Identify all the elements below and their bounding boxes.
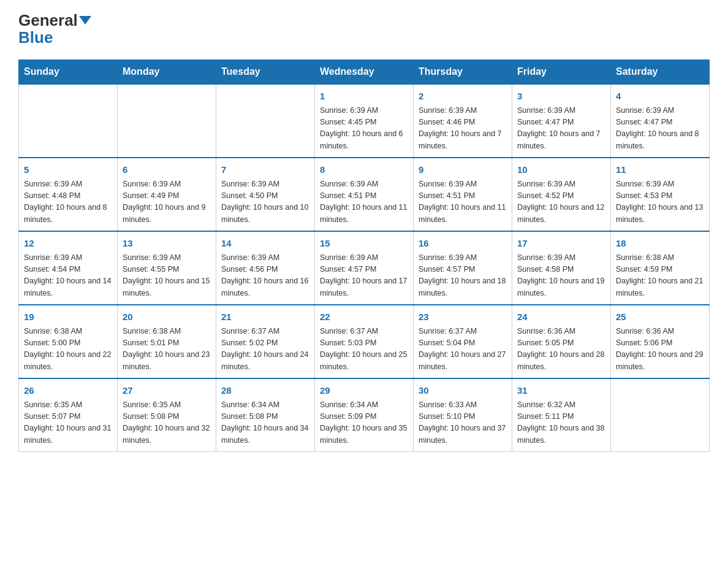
day-info: Sunrise: 6:39 AMSunset: 4:56 PMDaylight:… (221, 252, 309, 300)
day-number: 2 (419, 90, 507, 104)
day-number: 24 (517, 310, 605, 324)
calendar-cell (118, 84, 216, 158)
day-number: 1 (320, 90, 408, 104)
day-number: 25 (616, 310, 704, 324)
day-number: 12 (24, 237, 112, 251)
calendar-cell: 30Sunrise: 6:33 AMSunset: 5:10 PMDayligh… (414, 378, 512, 452)
calendar-cell: 20Sunrise: 6:38 AMSunset: 5:01 PMDayligh… (118, 305, 216, 378)
calendar-week-row: 5Sunrise: 6:39 AMSunset: 4:48 PMDaylight… (19, 158, 710, 231)
calendar-cell: 31Sunrise: 6:32 AMSunset: 5:11 PMDayligh… (512, 378, 611, 452)
calendar-cell: 28Sunrise: 6:34 AMSunset: 5:08 PMDayligh… (216, 378, 315, 452)
calendar-header-sunday: Sunday (19, 60, 118, 85)
calendar-cell: 6Sunrise: 6:39 AMSunset: 4:49 PMDaylight… (118, 158, 216, 231)
day-info: Sunrise: 6:39 AMSunset: 4:57 PMDaylight:… (320, 252, 408, 300)
calendar-cell: 14Sunrise: 6:39 AMSunset: 4:56 PMDayligh… (216, 231, 315, 305)
calendar-cell: 19Sunrise: 6:38 AMSunset: 5:00 PMDayligh… (19, 305, 118, 378)
calendar-cell: 2Sunrise: 6:39 AMSunset: 4:46 PMDaylight… (414, 84, 512, 158)
calendar-week-row: 19Sunrise: 6:38 AMSunset: 5:00 PMDayligh… (19, 305, 710, 378)
day-number: 18 (616, 237, 704, 251)
day-info: Sunrise: 6:39 AMSunset: 4:47 PMDaylight:… (517, 105, 605, 153)
calendar-cell: 24Sunrise: 6:36 AMSunset: 5:05 PMDayligh… (512, 305, 611, 378)
calendar-cell: 13Sunrise: 6:39 AMSunset: 4:55 PMDayligh… (118, 231, 216, 305)
day-number: 6 (123, 163, 211, 177)
day-number: 8 (320, 163, 408, 177)
calendar-cell: 26Sunrise: 6:35 AMSunset: 5:07 PMDayligh… (19, 378, 118, 452)
day-info: Sunrise: 6:37 AMSunset: 5:04 PMDaylight:… (419, 326, 507, 373)
calendar-cell: 29Sunrise: 6:34 AMSunset: 5:09 PMDayligh… (315, 378, 414, 452)
calendar-header-wednesday: Wednesday (315, 60, 414, 85)
day-number: 14 (221, 237, 309, 251)
calendar-cell: 10Sunrise: 6:39 AMSunset: 4:52 PMDayligh… (512, 158, 611, 231)
day-number: 10 (517, 163, 605, 177)
day-number: 17 (517, 237, 605, 251)
calendar-cell: 12Sunrise: 6:39 AMSunset: 4:54 PMDayligh… (19, 231, 118, 305)
calendar-cell: 27Sunrise: 6:35 AMSunset: 5:08 PMDayligh… (118, 378, 216, 452)
calendar-header-thursday: Thursday (414, 60, 512, 85)
day-info: Sunrise: 6:36 AMSunset: 5:06 PMDaylight:… (616, 326, 704, 373)
day-info: Sunrise: 6:39 AMSunset: 4:55 PMDaylight:… (123, 252, 211, 300)
calendar-cell: 21Sunrise: 6:37 AMSunset: 5:02 PMDayligh… (216, 305, 315, 378)
day-info: Sunrise: 6:37 AMSunset: 5:03 PMDaylight:… (320, 326, 408, 373)
day-number: 22 (320, 310, 408, 324)
day-info: Sunrise: 6:39 AMSunset: 4:53 PMDaylight:… (616, 178, 704, 226)
day-info: Sunrise: 6:38 AMSunset: 4:59 PMDaylight:… (616, 252, 704, 300)
logo-general: General (18, 12, 78, 28)
day-info: Sunrise: 6:36 AMSunset: 5:05 PMDaylight:… (517, 326, 605, 373)
calendar-cell: 1Sunrise: 6:39 AMSunset: 4:45 PMDaylight… (315, 84, 414, 158)
day-number: 13 (123, 237, 211, 251)
day-number: 19 (24, 310, 112, 324)
day-info: Sunrise: 6:39 AMSunset: 4:45 PMDaylight:… (320, 105, 408, 153)
calendar-cell (19, 84, 118, 158)
day-info: Sunrise: 6:39 AMSunset: 4:57 PMDaylight:… (419, 252, 507, 300)
logo-triangle-icon (79, 16, 91, 25)
day-number: 20 (123, 310, 211, 324)
day-info: Sunrise: 6:32 AMSunset: 5:11 PMDaylight:… (517, 399, 605, 447)
day-info: Sunrise: 6:39 AMSunset: 4:48 PMDaylight:… (24, 178, 112, 226)
day-info: Sunrise: 6:34 AMSunset: 5:09 PMDaylight:… (320, 399, 408, 447)
calendar-header-saturday: Saturday (611, 60, 710, 85)
calendar-cell: 15Sunrise: 6:39 AMSunset: 4:57 PMDayligh… (315, 231, 414, 305)
day-number: 5 (24, 163, 112, 177)
calendar-week-row: 26Sunrise: 6:35 AMSunset: 5:07 PMDayligh… (19, 378, 710, 452)
day-info: Sunrise: 6:39 AMSunset: 4:46 PMDaylight:… (419, 105, 507, 153)
calendar-header-row: SundayMondayTuesdayWednesdayThursdayFrid… (19, 60, 710, 85)
calendar-cell: 7Sunrise: 6:39 AMSunset: 4:50 PMDaylight… (216, 158, 315, 231)
day-number: 3 (517, 90, 605, 104)
calendar-cell: 9Sunrise: 6:39 AMSunset: 4:51 PMDaylight… (414, 158, 512, 231)
day-info: Sunrise: 6:39 AMSunset: 4:58 PMDaylight:… (517, 252, 605, 300)
calendar-cell: 11Sunrise: 6:39 AMSunset: 4:53 PMDayligh… (611, 158, 710, 231)
day-info: Sunrise: 6:39 AMSunset: 4:51 PMDaylight:… (320, 178, 408, 226)
day-info: Sunrise: 6:35 AMSunset: 5:07 PMDaylight:… (24, 399, 112, 447)
day-number: 30 (419, 384, 507, 398)
day-number: 31 (517, 384, 605, 398)
day-number: 15 (320, 237, 408, 251)
calendar-cell: 23Sunrise: 6:37 AMSunset: 5:04 PMDayligh… (414, 305, 512, 378)
logo: General Blue (18, 12, 91, 47)
calendar-cell: 18Sunrise: 6:38 AMSunset: 4:59 PMDayligh… (611, 231, 710, 305)
calendar-cell: 3Sunrise: 6:39 AMSunset: 4:47 PMDaylight… (512, 84, 611, 158)
day-number: 29 (320, 384, 408, 398)
day-number: 21 (221, 310, 309, 324)
calendar-cell: 5Sunrise: 6:39 AMSunset: 4:48 PMDaylight… (19, 158, 118, 231)
day-info: Sunrise: 6:39 AMSunset: 4:52 PMDaylight:… (517, 178, 605, 226)
day-info: Sunrise: 6:37 AMSunset: 5:02 PMDaylight:… (221, 326, 309, 373)
calendar-cell: 22Sunrise: 6:37 AMSunset: 5:03 PMDayligh… (315, 305, 414, 378)
day-info: Sunrise: 6:34 AMSunset: 5:08 PMDaylight:… (221, 399, 309, 447)
day-info: Sunrise: 6:39 AMSunset: 4:51 PMDaylight:… (419, 178, 507, 226)
day-info: Sunrise: 6:33 AMSunset: 5:10 PMDaylight:… (419, 399, 507, 447)
calendar-cell: 16Sunrise: 6:39 AMSunset: 4:57 PMDayligh… (414, 231, 512, 305)
calendar-cell (216, 84, 315, 158)
day-number: 16 (419, 237, 507, 251)
calendar-cell: 4Sunrise: 6:39 AMSunset: 4:47 PMDaylight… (611, 84, 710, 158)
day-number: 23 (419, 310, 507, 324)
calendar-cell: 25Sunrise: 6:36 AMSunset: 5:06 PMDayligh… (611, 305, 710, 378)
day-info: Sunrise: 6:35 AMSunset: 5:08 PMDaylight:… (123, 399, 211, 447)
day-number: 4 (616, 90, 704, 104)
page-header: General Blue (18, 12, 710, 47)
calendar-cell (611, 378, 710, 452)
day-number: 26 (24, 384, 112, 398)
day-number: 9 (419, 163, 507, 177)
calendar-header-monday: Monday (118, 60, 216, 85)
calendar-header-tuesday: Tuesday (216, 60, 315, 85)
day-info: Sunrise: 6:39 AMSunset: 4:47 PMDaylight:… (616, 105, 704, 153)
